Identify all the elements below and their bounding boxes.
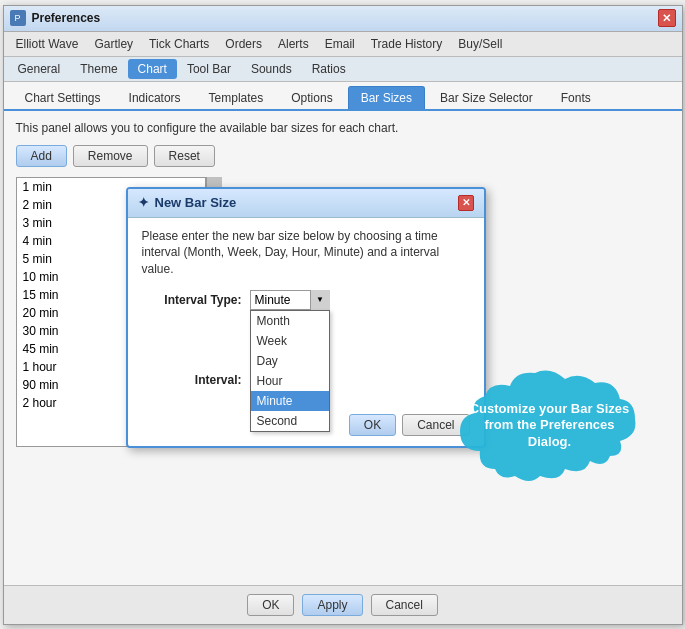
dialog-title-icon: ✦ xyxy=(138,195,149,210)
interval-type-control: Minute ▼ Month Week Day Hour Minute xyxy=(250,290,330,310)
tab-templates[interactable]: Templates xyxy=(196,86,277,109)
submenu-theme[interactable]: Theme xyxy=(70,59,127,79)
submenu-ratios[interactable]: Ratios xyxy=(302,59,356,79)
tab-bar-sizes[interactable]: Bar Sizes xyxy=(348,86,425,109)
reset-button[interactable]: Reset xyxy=(154,145,215,167)
cloud-callout: Customize your Bar Sizes from the Prefer… xyxy=(450,361,650,491)
dropdown-week[interactable]: Week xyxy=(251,331,329,351)
menu-tick-charts[interactable]: Tick Charts xyxy=(141,34,217,54)
footer-cancel-button[interactable]: Cancel xyxy=(371,594,438,616)
remove-button[interactable]: Remove xyxy=(73,145,148,167)
interval-type-label: Interval Type: xyxy=(142,293,242,307)
title-bar: P Preferences ✕ xyxy=(4,6,682,32)
dialog-close-button[interactable]: ✕ xyxy=(458,195,474,211)
preferences-window: P Preferences ✕ Elliott Wave Gartley Tic… xyxy=(3,5,683,625)
footer: OK Apply Cancel xyxy=(4,585,682,624)
interval-type-value: Minute xyxy=(255,293,291,307)
submenu-sounds[interactable]: Sounds xyxy=(241,59,302,79)
interval-label: Interval: xyxy=(142,373,242,387)
window-icon: P xyxy=(10,10,26,26)
main-panel: 1 min 2 min 3 min 4 min 5 min 10 min 15 … xyxy=(16,177,670,551)
menu-buy-sell[interactable]: Buy/Sell xyxy=(450,34,510,54)
tab-chart-settings[interactable]: Chart Settings xyxy=(12,86,114,109)
tab-bar: Chart Settings Indicators Templates Opti… xyxy=(4,82,682,111)
dialog-title-text: New Bar Size xyxy=(155,195,237,210)
dialog-ok-button[interactable]: OK xyxy=(349,414,396,436)
new-bar-size-dialog: ✦ New Bar Size ✕ Please enter the new ba… xyxy=(126,187,486,448)
dropdown-month[interactable]: Month xyxy=(251,311,329,331)
dropdown-day[interactable]: Day xyxy=(251,351,329,371)
footer-ok-button[interactable]: OK xyxy=(247,594,294,616)
tab-bar-size-selector[interactable]: Bar Size Selector xyxy=(427,86,546,109)
cloud-callout-text: Customize your Bar Sizes from the Prefer… xyxy=(470,400,630,451)
submenu-toolbar[interactable]: Tool Bar xyxy=(177,59,241,79)
menu-row-2: General Theme Chart Tool Bar Sounds Rati… xyxy=(4,56,682,81)
dropdown-second[interactable]: Second xyxy=(251,411,329,431)
menu-gartley[interactable]: Gartley xyxy=(86,34,141,54)
submenu-general[interactable]: General xyxy=(8,59,71,79)
content-area: This panel allows you to configure the a… xyxy=(4,111,682,585)
interval-type-dropdown: Month Week Day Hour Minute Second xyxy=(250,310,330,432)
select-arrow-icon: ▼ xyxy=(310,290,330,310)
dropdown-hour[interactable]: Hour xyxy=(251,371,329,391)
window-title: Preferences xyxy=(32,11,658,25)
interval-type-select-display[interactable]: Minute ▼ xyxy=(250,290,330,310)
panel-description: This panel allows you to configure the a… xyxy=(16,121,670,135)
menu-elliott-wave[interactable]: Elliott Wave xyxy=(8,34,87,54)
action-bar: Add Remove Reset xyxy=(16,145,670,167)
menu-trade-history[interactable]: Trade History xyxy=(363,34,451,54)
tab-fonts[interactable]: Fonts xyxy=(548,86,604,109)
footer-apply-button[interactable]: Apply xyxy=(302,594,362,616)
menu-row-1: Elliott Wave Gartley Tick Charts Orders … xyxy=(4,32,682,56)
window-close-button[interactable]: ✕ xyxy=(658,9,676,27)
tab-options[interactable]: Options xyxy=(278,86,345,109)
dialog-title-bar: ✦ New Bar Size ✕ xyxy=(128,189,484,218)
menu-email[interactable]: Email xyxy=(317,34,363,54)
tab-indicators[interactable]: Indicators xyxy=(116,86,194,109)
dropdown-minute[interactable]: Minute xyxy=(251,391,329,411)
menu-bar: Elliott Wave Gartley Tick Charts Orders … xyxy=(4,32,682,82)
add-button[interactable]: Add xyxy=(16,145,67,167)
menu-alerts[interactable]: Alerts xyxy=(270,34,317,54)
dialog-body: Please enter the new bar size below by c… xyxy=(128,218,484,408)
menu-orders[interactable]: Orders xyxy=(217,34,270,54)
dialog-description: Please enter the new bar size below by c… xyxy=(142,228,470,278)
interval-type-row: Interval Type: Minute ▼ Month Week xyxy=(142,290,470,310)
submenu-chart[interactable]: Chart xyxy=(128,59,177,79)
